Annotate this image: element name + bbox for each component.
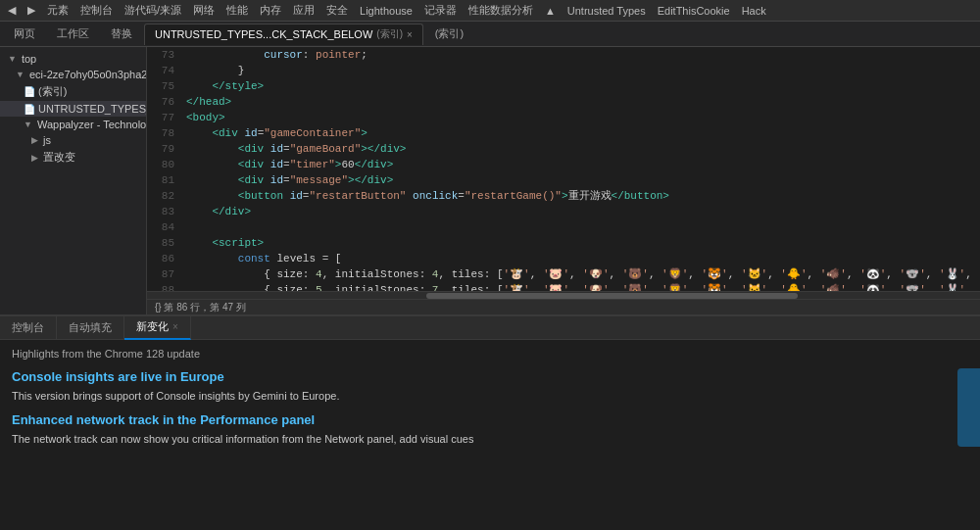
tab-label: (索引)	[435, 26, 464, 41]
chevron-down-icon: ▼	[16, 70, 24, 79]
code-line: 86 const levels = [	[147, 251, 980, 266]
file-tabs: 网页 工作区 替换 UNTRUSTED_TYPES...CK_STACK_BEL…	[0, 22, 980, 47]
chevron-right-icon: ▶	[31, 153, 38, 163]
tree-item-top[interactable]: ▼ top	[0, 51, 146, 67]
status-bar: {} 第 86 行，第 47 列 覆盖率: ...	[147, 299, 980, 314]
file-icon: 📄	[24, 104, 35, 115]
toolbar-item[interactable]: 记录器	[424, 3, 457, 18]
chevron-down-icon: ▼	[24, 120, 32, 129]
tab-console[interactable]: 控制台	[0, 316, 57, 340]
tree-item-label: (索引)	[38, 84, 67, 99]
perf-body: The network track can now show you criti…	[12, 431, 980, 448]
toolbar-item[interactable]: Untrusted Types	[567, 5, 646, 17]
tree-item-wappalyzer[interactable]: ▼ Wappalyzer - Technology prof...	[0, 117, 146, 132]
code-line: 85 <script>	[147, 235, 980, 251]
tree-item-label: eci-2ze7ohy05o0n3pha2fe.clo...	[29, 69, 146, 80]
toolbar-item[interactable]: 安全	[326, 3, 348, 18]
tab-label: 新变化	[136, 319, 169, 334]
tab-changes[interactable]: 新变化 ×	[124, 316, 191, 340]
toolbar-item[interactable]: 元素	[47, 3, 69, 18]
tab-label: 自动填充	[69, 320, 112, 335]
chrome-update-text: Highlights from the Chrome 128 update	[12, 348, 980, 360]
code-line: 83 </div>	[147, 204, 980, 219]
bottom-panel: 控制台 自动填充 新变化 × Highlights from the Chrom…	[0, 314, 980, 530]
tree-item-js[interactable]: ▶ js	[0, 132, 146, 148]
tab-index[interactable]: (索引)	[425, 24, 473, 45]
toolbar-item[interactable]: 性能数据分析	[468, 3, 533, 18]
code-line: 74 }	[147, 63, 980, 78]
chevron-down-icon: ▼	[8, 54, 17, 64]
toolbar-item[interactable]: EditThisCookie	[658, 5, 730, 17]
bottom-content-area: Highlights from the Chrome 128 update Co…	[0, 340, 980, 530]
toolbar-item[interactable]: ▲	[545, 5, 556, 17]
close-icon[interactable]: ×	[407, 29, 413, 40]
nav-right[interactable]: ▶	[27, 4, 35, 17]
tab-workspace[interactable]: 工作区	[47, 24, 99, 45]
devtools-inner: ▼ top ▼ eci-2ze7ohy05o0n3pha2fe.clo... 📄…	[0, 47, 980, 314]
tree-item-eci[interactable]: ▼ eci-2ze7ohy05o0n3pha2fe.clo...	[0, 67, 146, 82]
bottom-content-wrapper: Highlights from the Chrome 128 update Co…	[12, 348, 980, 447]
main-layout: 🐮 🐷 🐹 🐷 🐭 🐔 🐱 🐱 🐯 🐔 🐉 🦊 🐯 🦎 🐮 🐴 🐸 🐳 🐝 🐼 …	[0, 47, 980, 530]
code-line: 77<body>	[147, 110, 980, 125]
code-line: 80 <div id="timer">60</div>	[147, 157, 980, 172]
toolbar-item[interactable]: Hack	[742, 5, 766, 17]
tree-item-label: Wappalyzer - Technology prof...	[37, 119, 146, 130]
code-line: 79 <div id="gameBoard"></div>	[147, 141, 980, 157]
toolbar-item-sources[interactable]: 游代码/来源	[124, 3, 181, 18]
status-position: {} 第 86 行，第 47 列	[155, 301, 246, 314]
code-line: 73 cursor: pointer;	[147, 47, 980, 63]
tab-untrusted[interactable]: UNTRUSTED_TYPES...CK_STACK_BELOW (索引) ×	[144, 24, 423, 45]
tab-webpage[interactable]: 网页	[4, 24, 45, 45]
file-tree: ▼ top ▼ eci-2ze7ohy05o0n3pha2fe.clo... 📄…	[0, 47, 147, 314]
toolbar-item[interactable]: Lighthouse	[360, 5, 413, 17]
tab-label: 网页	[14, 26, 35, 41]
tab-label: 工作区	[57, 26, 89, 41]
tree-item-untrusted[interactable]: 📄 UNTRUSTED_TYPES_CHECK...	[0, 101, 146, 117]
tree-item-label: top	[22, 53, 36, 65]
tab-suffix: (索引)	[376, 27, 403, 41]
code-line: 87 { size: 4, initialStones: 4, tiles: […	[147, 266, 980, 282]
file-icon: 📄	[24, 86, 35, 97]
code-editor: 73 cursor: pointer; 74 } 75 </style> 76<…	[147, 47, 980, 314]
tree-item-changes[interactable]: ▶ 置改变	[0, 148, 146, 167]
devtools-panel: ▼ top ▼ eci-2ze7ohy05o0n3pha2fe.clo... 📄…	[0, 47, 980, 530]
toolbar-item[interactable]: 内存	[260, 3, 281, 18]
tree-item-label: 置改变	[43, 150, 75, 165]
console-insights-section: Console insights are live in Europe This…	[12, 369, 980, 405]
code-line: 75 </style>	[147, 78, 980, 94]
bottom-tabs: 控制台 自动填充 新变化 ×	[0, 316, 980, 340]
tab-label: 替换	[111, 26, 132, 41]
horizontal-scrollbar[interactable]	[147, 291, 980, 299]
scroll-thumb[interactable]	[426, 293, 799, 299]
close-icon[interactable]: ×	[172, 321, 178, 332]
code-line: 81 <div id="message"></div>	[147, 172, 980, 188]
toolbar-item[interactable]: 控制台	[80, 3, 113, 18]
code-line: 82 <button id="restartButton" onclick="r…	[147, 188, 980, 204]
code-line: 84	[147, 219, 980, 235]
tree-item-index[interactable]: 📄 (索引)	[0, 82, 146, 101]
perf-title: Enhanced network track in the Performanc…	[12, 412, 980, 427]
video-thumbnail: now	[957, 368, 980, 447]
nav-left[interactable]: ◀	[8, 4, 16, 17]
insights-body: This version brings support of Console i…	[12, 388, 980, 405]
perf-section: Enhanced network track in the Performanc…	[12, 412, 980, 448]
tree-item-label: UNTRUSTED_TYPES_CHECK...	[38, 103, 146, 115]
insights-title: Console insights are live in Europe	[12, 369, 980, 384]
code-line: 76</head>	[147, 94, 980, 110]
code-line: 78 <div id="gameContainer">	[147, 125, 980, 141]
code-content[interactable]: 73 cursor: pointer; 74 } 75 </style> 76<…	[147, 47, 980, 291]
toolbar-item[interactable]: 网络	[193, 3, 215, 18]
tab-label: 控制台	[12, 320, 44, 335]
code-line: 88 { size: 5, initialStones: 7, tiles: […	[147, 282, 980, 291]
toolbar-item[interactable]: 应用	[293, 3, 315, 18]
tab-replace[interactable]: 替换	[101, 24, 142, 45]
toolbar-item[interactable]: 性能	[226, 3, 248, 18]
tree-item-label: js	[43, 134, 51, 146]
tab-label: UNTRUSTED_TYPES...CK_STACK_BELOW	[155, 28, 372, 40]
tab-autofill[interactable]: 自动填充	[57, 316, 124, 340]
browser-toolbar: ◀ ▶ 元素 控制台 游代码/来源 网络 性能 内存 应用 安全 Lightho…	[0, 0, 980, 22]
chevron-right-icon: ▶	[31, 135, 38, 145]
